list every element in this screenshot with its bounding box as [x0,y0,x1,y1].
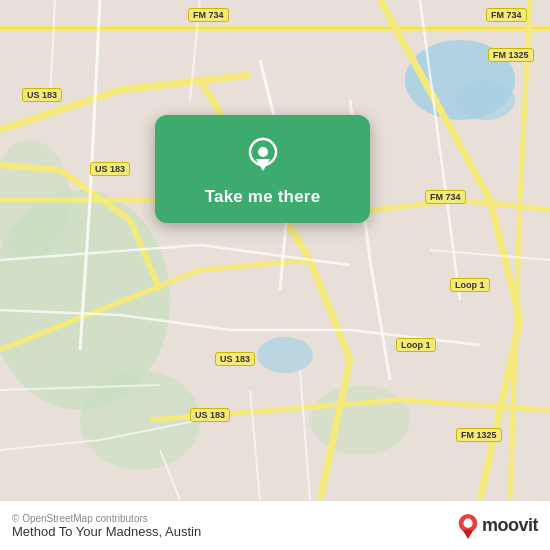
moovit-brand-name: moovit [482,515,538,536]
badge-loop1-lower: Loop 1 [396,338,436,352]
badge-loop1-upper: Loop 1 [450,278,490,292]
svg-point-7 [257,337,313,373]
svg-point-4 [310,385,410,455]
svg-point-55 [258,147,268,157]
map-svg [0,0,550,500]
badge-us183-left: US 183 [22,88,62,102]
moovit-pin-icon [457,513,479,539]
svg-point-58 [463,518,472,527]
bottom-bar: © OpenStreetMap contributors Method To Y… [0,500,550,550]
badge-us183-center: US 183 [90,162,130,176]
location-name: Method To Your Madness, Austin [12,524,201,539]
svg-marker-59 [462,529,473,538]
badge-fm1325-bottom: FM 1325 [456,428,502,442]
bottom-info: © OpenStreetMap contributors Method To Y… [12,513,201,539]
badge-fm734-right: FM 734 [425,190,466,204]
take-me-there-label: Take me there [205,187,321,207]
moovit-logo: moovit [457,513,538,539]
badge-us183-lower: US 183 [215,352,255,366]
badge-fm734-top-right: FM 734 [486,8,527,22]
location-card[interactable]: Take me there [155,115,370,223]
badge-us183-bottom: US 183 [190,408,230,422]
map-container: FM 734 FM 734 FM 1325 US 183 US 183 FM 7… [0,0,550,500]
badge-fm1325-top: FM 1325 [488,48,534,62]
badge-fm734-top: FM 734 [188,8,229,22]
svg-point-6 [455,80,515,120]
location-pin-icon [241,133,285,177]
attribution-text: © OpenStreetMap contributors [12,513,201,524]
